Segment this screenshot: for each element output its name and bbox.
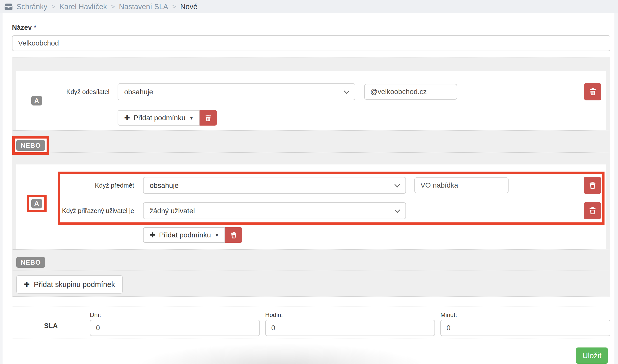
caret-down-icon: ▾ (216, 232, 219, 238)
sla-hours-field: Hodin: (265, 311, 435, 336)
condition-operator-select[interactable]: obsahuje (143, 177, 406, 194)
condition-operator-select[interactable]: žádný uživatel (143, 202, 406, 219)
delete-condition-button[interactable] (584, 202, 601, 219)
condition-row-subject: Když předmět obsahuje (42, 177, 601, 194)
condition-value-input[interactable] (364, 84, 457, 100)
group-2-actions: ✚ Přidat podmínku ▾ (143, 227, 601, 243)
group-1-actions: ✚ Přidat podmínku ▾ (118, 110, 601, 126)
trash-icon (589, 88, 596, 95)
breadcrumb-link-mailbox[interactable]: Karel Havlíček (59, 3, 107, 11)
or-separator-row: NEBO (12, 131, 610, 153)
breadcrumb-link-schranky[interactable]: Schránky (17, 3, 47, 11)
delete-group-button[interactable] (225, 227, 242, 243)
breadcrumb-current-page: Nové (180, 3, 198, 11)
sla-hours-label: Hodin: (265, 311, 435, 318)
trash-icon (589, 207, 596, 214)
save-button[interactable]: Uložit (576, 347, 608, 364)
required-asterisk: * (34, 24, 37, 31)
condition-group-2-section: A Když předmět obsahuje (12, 153, 610, 250)
condition-value-input[interactable] (414, 177, 509, 193)
add-condition-group-button[interactable]: ✚ Přidat skupinu podmínek (16, 275, 123, 294)
delete-condition-button[interactable] (584, 177, 601, 194)
condition-row-sender: Když odesílatel obsahuje (42, 83, 601, 100)
condition-group-1-card: A Když odesílatel obsahuje (16, 71, 606, 130)
breadcrumb-separator: > (111, 3, 115, 11)
inbox-icon (5, 4, 12, 10)
name-input[interactable] (12, 35, 610, 51)
trash-icon (589, 182, 596, 189)
delete-group-button[interactable] (200, 110, 217, 126)
condition-group-2-card: A Když předmět obsahuje (16, 164, 606, 249)
condition-operator-select[interactable]: obsahuje (118, 83, 355, 100)
annotation-and-badge: A (27, 195, 47, 212)
sla-minutes-field: Minut: (440, 311, 610, 336)
form-footer: Uložit (12, 347, 610, 364)
trash-icon (205, 115, 211, 121)
plus-icon: ✚ (124, 114, 130, 122)
sla-days-field: Dní: (90, 311, 260, 336)
trash-icon (231, 232, 237, 238)
add-condition-button[interactable]: ✚ Přidat podmínku ▾ (143, 227, 225, 243)
sla-days-label: Dní: (90, 311, 260, 318)
plus-icon: ✚ (150, 231, 156, 239)
breadcrumb-separator: > (51, 3, 55, 11)
add-condition-button[interactable]: ✚ Přidat podmínku ▾ (118, 110, 200, 126)
condition-row-assigned-user: Když přiřazený uživatel je žádný uživate… (42, 202, 601, 219)
left-gutter (0, 13, 3, 364)
sla-rule-form: Název * A Když odesílatel obsahuje (12, 13, 610, 364)
sla-minutes-label: Minut: (440, 311, 610, 318)
condition-label: Když odesílatel (42, 88, 109, 96)
sla-minutes-input[interactable] (440, 320, 610, 336)
or-operator-badge: NEBO (16, 140, 45, 151)
or-separator-row: NEBO (12, 250, 610, 270)
sla-section-title: SLA (12, 311, 90, 336)
breadcrumb-link-sla-settings[interactable]: Nastavení SLA (119, 3, 168, 11)
condition-group-1-section: A Když odesílatel obsahuje (12, 57, 610, 131)
condition-label: Když předmět (42, 181, 134, 189)
breadcrumb-separator: > (172, 3, 176, 11)
sla-hours-input[interactable] (265, 320, 435, 336)
annotation-or-badge: NEBO (12, 136, 49, 155)
and-operator-badge: A (31, 199, 42, 208)
name-field-label: Název * (12, 23, 610, 32)
sla-section: SLA Dní: Hodin: Minut: (12, 307, 610, 339)
and-operator-badge: A (31, 96, 42, 105)
condition-label: Když přiřazený uživatel je (42, 207, 134, 215)
or-operator-badge: NEBO (16, 257, 45, 268)
add-group-row: ✚ Přidat skupinu podmínek (12, 270, 610, 296)
breadcrumb: Schránky > Karel Havlíček > Nastavení SL… (0, 0, 618, 13)
sla-days-input[interactable] (90, 320, 260, 336)
plus-icon: ✚ (24, 280, 30, 289)
condition-groups-container: A Když odesílatel obsahuje (12, 57, 610, 297)
right-scroll-gutter (614, 13, 618, 364)
caret-down-icon: ▾ (190, 114, 193, 121)
delete-condition-button[interactable] (584, 83, 601, 100)
